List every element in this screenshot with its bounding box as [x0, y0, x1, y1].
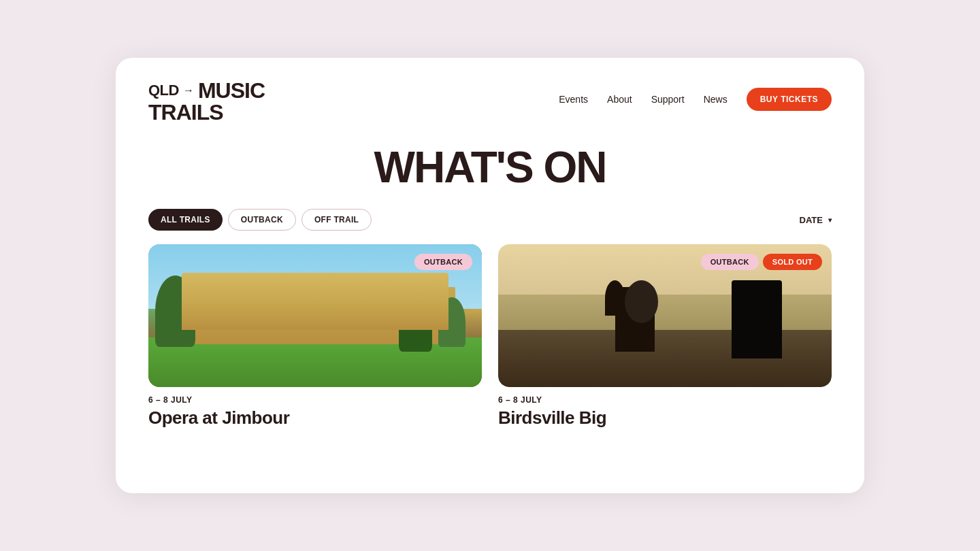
nav-events[interactable]: Events — [559, 94, 588, 105]
filter-pills: ALL TRAILS OUTBACK OFF TRAIL — [148, 209, 372, 231]
logo-trails-text: TRAILS — [148, 101, 265, 123]
filter-outback[interactable]: OUTBACK — [228, 209, 296, 231]
jimbour-date: 6 – 8 JULY — [148, 395, 482, 405]
filter-bar: ALL TRAILS OUTBACK OFF TRAIL DATE ▾ — [116, 209, 864, 244]
date-sort[interactable]: DATE ▾ — [800, 215, 832, 225]
nav-about[interactable]: About — [607, 94, 632, 105]
logo[interactable]: QLD → MUSIC TRAILS — [148, 80, 265, 123]
page-title: WHAT'S ON — [148, 142, 832, 193]
birdsville-date: 6 – 8 JULY — [498, 395, 832, 405]
birdsville-meta: 6 – 8 JULY Birdsville Big — [498, 387, 832, 429]
outback-badge-birdsville: OUTBACK — [701, 254, 759, 270]
browser-card: QLD → MUSIC TRAILS Events About Support … — [116, 58, 864, 493]
birdsville-title: Birdsville Big — [498, 407, 832, 429]
nav-links: Events About Support News BUY TICKETS — [559, 80, 832, 111]
event-image-birdsville: OUTBACK SOLD OUT — [498, 244, 832, 387]
logo-qld-text: QLD — [148, 83, 179, 98]
event-card-opera-jimbour[interactable]: OUTBACK 6 – 8 JULY Opera at Jimbour — [148, 244, 482, 429]
date-sort-label: DATE — [800, 215, 823, 225]
filter-off-trail[interactable]: OFF TRAIL — [301, 209, 372, 231]
navbar: QLD → MUSIC TRAILS Events About Support … — [116, 58, 864, 123]
nav-news[interactable]: News — [704, 94, 728, 105]
logo-arrow-icon: → — [182, 84, 195, 97]
page-title-section: WHAT'S ON — [116, 123, 864, 209]
nav-support[interactable]: Support — [651, 94, 685, 105]
birdsville-badges: OUTBACK SOLD OUT — [701, 254, 822, 270]
jimbour-badges: OUTBACK — [414, 254, 472, 270]
events-grid: OUTBACK 6 – 8 JULY Opera at Jimbour — [116, 244, 864, 429]
filter-all-trails[interactable]: ALL TRAILS — [148, 209, 223, 231]
event-image-jimbour: OUTBACK — [148, 244, 482, 387]
buy-tickets-button[interactable]: BUY TICKETS — [747, 88, 832, 111]
outback-badge: OUTBACK — [414, 254, 472, 270]
jimbour-title: Opera at Jimbour — [148, 407, 482, 429]
chevron-down-icon: ▾ — [828, 216, 832, 224]
event-card-birdsville[interactable]: OUTBACK SOLD OUT 6 – 8 JULY Birdsville B… — [498, 244, 832, 429]
jimbour-meta: 6 – 8 JULY Opera at Jimbour — [148, 387, 482, 429]
logo-music-text: MUSIC — [198, 80, 265, 101]
sold-out-badge: SOLD OUT — [763, 254, 822, 270]
